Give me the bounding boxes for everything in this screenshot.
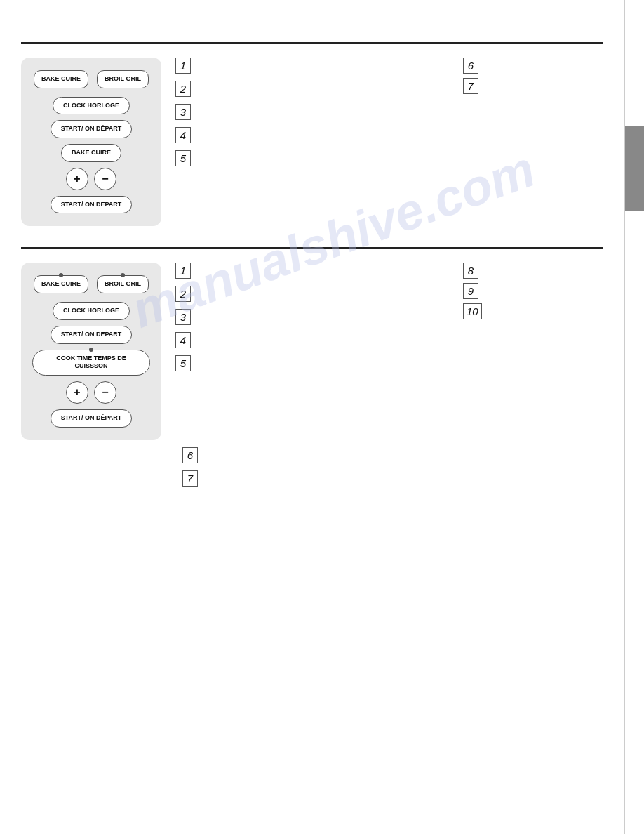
section-rule-1 — [21, 247, 603, 249]
note-number-2-8: 8 — [463, 263, 478, 279]
top-section: BAKE CUIRE BROIL GRIL CLOCK HORLOGE STAR… — [21, 58, 603, 226]
note-2-8: 8 — [463, 263, 603, 279]
indicator-dot-broil — [121, 273, 125, 277]
step-number-2-1: 1 — [175, 263, 191, 279]
notes-column-2: 8 9 10 — [463, 263, 603, 439]
panel-row-top-2: BAKE CUIRE BROIL GRIL — [34, 275, 149, 293]
sidebar-divider — [625, 218, 644, 218]
steps-column-2: 1 2 3 4 5 — [175, 263, 449, 439]
sidebar-tab — [625, 126, 644, 211]
notes-column-1: 6 7 — [463, 58, 603, 226]
step-2-6: 6 — [182, 447, 603, 463]
main-content: BAKE CUIRE BROIL GRIL CLOCK HORLOGE STAR… — [0, 42, 624, 489]
bake-cuire-btn-1[interactable]: BAKE CUIRE — [34, 70, 88, 88]
start-on-depart-btn-1[interactable]: START/ ON DÉPART — [51, 120, 133, 138]
note-2-10: 10 — [463, 303, 603, 319]
bottom-extra-steps: 6 7 — [21, 447, 603, 489]
clock-horloge-btn-2[interactable]: CLOCK HORLOGE — [53, 302, 130, 320]
bottom-section: BAKE CUIRE BROIL GRIL CLOCK HORLOGE STAR… — [21, 263, 603, 489]
control-panel-2: BAKE CUIRE BROIL GRIL CLOCK HORLOGE STAR… — [21, 263, 161, 439]
note-number-1-6: 6 — [463, 58, 478, 74]
cook-time-btn-2[interactable]: COOK TIME TEMPS DE CUISSSON — [32, 350, 150, 376]
step-number-2-7: 7 — [182, 470, 198, 486]
start-on-depart-btn-1b[interactable]: START/ ON DÉPART — [51, 196, 133, 214]
top-rule — [21, 42, 603, 44]
step-number-2-6: 6 — [182, 447, 198, 463]
indicator-dot-bake — [59, 273, 63, 277]
step-number-1-2: 2 — [175, 81, 191, 97]
step-1-4: 4 — [175, 127, 449, 143]
bottom-top-wrapper: BAKE CUIRE BROIL GRIL CLOCK HORLOGE STAR… — [21, 263, 603, 439]
indicator-dot-cooktime — [89, 348, 93, 352]
broil-gril-btn-1[interactable]: BROIL GRIL — [97, 70, 149, 88]
note-number-2-9: 9 — [463, 283, 478, 299]
panel-row-top-1: BAKE CUIRE BROIL GRIL — [34, 70, 149, 88]
plus-btn-1[interactable]: + — [66, 168, 88, 190]
step-number-2-2: 2 — [175, 286, 191, 302]
control-panel-1: BAKE CUIRE BROIL GRIL CLOCK HORLOGE STAR… — [21, 58, 161, 226]
note-2-9: 9 — [463, 283, 603, 299]
note-number-1-7: 7 — [463, 78, 478, 94]
right-sidebar — [624, 0, 644, 834]
step-1-3: 3 — [175, 104, 449, 120]
step-number-1-1: 1 — [175, 58, 191, 74]
step-2-7: 7 — [182, 470, 603, 486]
step-2-5: 5 — [175, 355, 449, 371]
start-on-depart-btn-2[interactable]: START/ ON DÉPART — [51, 326, 133, 344]
step-1-5: 5 — [175, 150, 449, 166]
steps-column-1: 1 2 3 4 5 — [175, 58, 449, 226]
plus-minus-row-2: + − — [66, 381, 116, 404]
note-1-7: 7 — [463, 78, 603, 94]
step-number-2-4: 4 — [175, 332, 191, 348]
step-1-2: 2 — [175, 81, 449, 97]
plus-btn-2[interactable]: + — [66, 381, 88, 404]
broil-gril-btn-2[interactable]: BROIL GRIL — [97, 275, 149, 293]
step-number-1-4: 4 — [175, 127, 191, 143]
step-number-2-5: 5 — [175, 355, 191, 371]
bake-cuire-btn-2[interactable]: BAKE CUIRE — [34, 275, 88, 293]
step-2-2: 2 — [175, 286, 449, 302]
step-number-2-3: 3 — [175, 309, 191, 325]
step-2-4: 4 — [175, 332, 449, 348]
minus-btn-1[interactable]: − — [94, 168, 116, 190]
step-2-1: 1 — [175, 263, 449, 279]
step-2-3: 3 — [175, 309, 449, 325]
bake-cuire-btn-1b[interactable]: BAKE CUIRE — [61, 144, 121, 162]
clock-horloge-btn-1[interactable]: CLOCK HORLOGE — [53, 97, 130, 115]
step-1-1: 1 — [175, 58, 449, 74]
start-on-depart-btn-2b[interactable]: START/ ON DÉPART — [51, 409, 133, 428]
step-number-1-5: 5 — [175, 150, 191, 166]
plus-minus-row-1: + − — [66, 168, 116, 190]
note-number-2-10: 10 — [463, 303, 482, 319]
step-number-1-3: 3 — [175, 104, 191, 120]
note-1-6: 6 — [463, 58, 603, 74]
minus-btn-2[interactable]: − — [94, 381, 116, 404]
